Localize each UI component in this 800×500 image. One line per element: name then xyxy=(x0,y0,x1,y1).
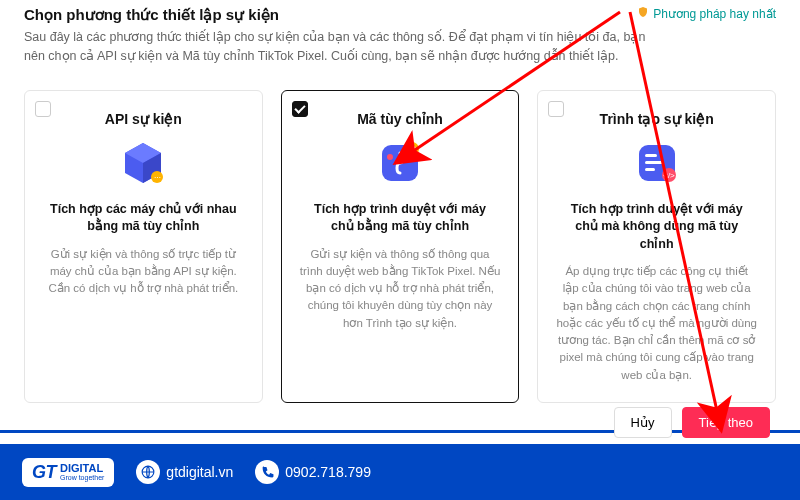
brand-website[interactable]: gtdigital.vn xyxy=(136,460,233,484)
checkbox-checked[interactable] xyxy=(292,101,308,117)
brand-phone[interactable]: 0902.718.799 xyxy=(255,460,371,484)
next-button[interactable]: Tiếp theo xyxy=(682,407,771,438)
svg-rect-10 xyxy=(645,161,663,164)
logo-mark: GT xyxy=(32,462,56,483)
checkbox[interactable] xyxy=(35,101,51,117)
svg-point-6 xyxy=(387,154,393,160)
svg-rect-9 xyxy=(645,154,657,157)
svg-text:⋯: ⋯ xyxy=(154,174,161,181)
cancel-button[interactable]: Hủy xyxy=(614,407,672,438)
card-desc: Gửi sự kiện và thông số trực tiếp từ máy… xyxy=(41,246,246,298)
page-title: Chọn phương thức thiết lập sự kiện xyxy=(24,6,279,24)
card-custom-code[interactable]: Mã tùy chỉnh Tích hợp trình duyệt với má… xyxy=(281,90,520,403)
card-heading: Tích hợp trình duyệt với máy chủ mà khôn… xyxy=(554,201,759,254)
cube-api-icon: ⋯ xyxy=(119,139,167,187)
card-title: Mã tùy chỉnh xyxy=(298,111,503,127)
phone-icon xyxy=(255,460,279,484)
card-api-events[interactable]: API sự kiện ⋯ Tích hợp các máy chủ với n… xyxy=(24,90,263,403)
card-title: API sự kiện xyxy=(41,111,246,127)
logo-tagline: Grow together xyxy=(60,474,104,481)
phone-text: 0902.718.799 xyxy=(285,464,371,480)
method-cards: API sự kiện ⋯ Tích hợp các máy chủ với n… xyxy=(24,90,776,423)
svg-rect-11 xyxy=(645,168,655,171)
logo-text: DIGITAL xyxy=(60,463,104,474)
card-heading: Tích hợp các máy chủ với nhau bằng mã tù… xyxy=(41,201,246,236)
globe-icon xyxy=(136,460,160,484)
event-builder-icon: </> xyxy=(633,139,681,187)
brand-bar: GT DIGITAL Grow together gtdigital.vn 09… xyxy=(0,444,800,500)
shield-icon xyxy=(637,6,649,21)
website-text: gtdigital.vn xyxy=(166,464,233,480)
card-event-builder[interactable]: Trình tạo sự kiện </> Tích hợp trình duy… xyxy=(537,90,776,403)
checkbox[interactable] xyxy=(548,101,564,117)
brand-logo: GT DIGITAL Grow together xyxy=(22,458,114,487)
custom-code-icon xyxy=(376,139,424,187)
footer-actions: Hủy Tiếp theo xyxy=(614,407,770,438)
best-practice-label: Phương pháp hay nhất xyxy=(653,7,776,21)
card-desc: Gửi sự kiện và thông số thông qua trình … xyxy=(298,246,503,332)
card-heading: Tích hợp trình duyệt với máy chủ bằng mã… xyxy=(298,201,503,236)
card-title: Trình tạo sự kiện xyxy=(554,111,759,127)
card-desc: Áp dụng trực tiếp các công cụ thiết lập … xyxy=(554,263,759,384)
best-practice-link[interactable]: Phương pháp hay nhất xyxy=(637,6,776,21)
page-subtitle: Sau đây là các phương thức thiết lập cho… xyxy=(24,28,664,66)
svg-text:</>: </> xyxy=(663,171,675,180)
